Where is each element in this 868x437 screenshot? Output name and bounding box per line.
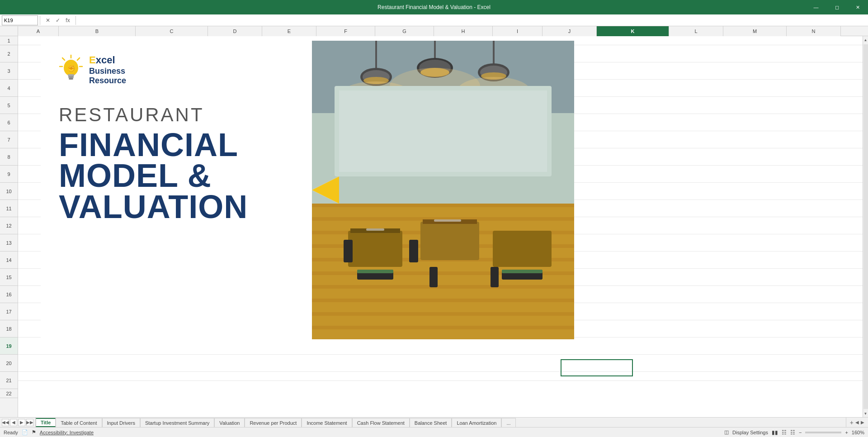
close-button[interactable]: ✕ bbox=[847, 0, 868, 14]
row-header-1[interactable]: 1 bbox=[0, 36, 18, 45]
corner-cell[interactable] bbox=[0, 26, 18, 36]
row-header-9[interactable]: 9 bbox=[0, 166, 18, 183]
window-controls: — ◻ ✕ bbox=[806, 0, 868, 14]
col-header-B[interactable]: B bbox=[59, 26, 136, 36]
right-content bbox=[312, 41, 574, 339]
minimize-button[interactable]: — bbox=[806, 0, 826, 14]
row-header-8[interactable]: 8 bbox=[0, 148, 18, 166]
svg-rect-55 bbox=[502, 270, 542, 273]
status-left: Ready 📄 ⚑ Accessibility: Investigate bbox=[4, 429, 94, 435]
cancel-icon[interactable]: ✕ bbox=[44, 17, 52, 24]
formula-input[interactable] bbox=[78, 15, 866, 25]
svg-rect-48 bbox=[344, 240, 353, 262]
confirm-icon[interactable]: ✓ bbox=[54, 17, 62, 24]
zoom-decrease-button[interactable]: − bbox=[799, 430, 802, 435]
row-header-15[interactable]: 15 bbox=[0, 269, 18, 286]
row-header-7[interactable]: 7 bbox=[0, 131, 18, 148]
tab-income-statement[interactable]: Income Statement bbox=[302, 418, 352, 427]
row-header-4[interactable]: 4 bbox=[0, 80, 18, 97]
col-header-L[interactable]: L bbox=[669, 26, 723, 36]
col-header-N[interactable]: N bbox=[787, 26, 841, 36]
col-header-A[interactable]: A bbox=[18, 26, 59, 36]
svg-rect-25 bbox=[312, 326, 574, 329]
row-header-14[interactable]: 14 bbox=[0, 252, 18, 269]
svg-text:✊: ✊ bbox=[67, 65, 75, 72]
accessibility-label[interactable]: Accessibility: Investigate bbox=[40, 430, 94, 435]
row-header-22[interactable]: 22 bbox=[0, 389, 18, 398]
restore-button[interactable]: ◻ bbox=[826, 0, 847, 14]
row-header-13[interactable]: 13 bbox=[0, 234, 18, 252]
row-header-18[interactable]: 18 bbox=[0, 320, 18, 337]
zoom-increase-button[interactable]: + bbox=[845, 430, 848, 435]
col-header-M[interactable]: M bbox=[723, 26, 787, 36]
col-header-C[interactable]: C bbox=[136, 26, 208, 36]
add-sheet-button[interactable]: + bbox=[850, 419, 854, 426]
sheet-tabs-bar: ◀◀ ◀ ▶ ▶▶ Title Table of Content Input D… bbox=[0, 417, 868, 427]
view-page-break-icon[interactable]: ☷ bbox=[790, 429, 795, 436]
col-header-J[interactable]: J bbox=[542, 26, 597, 36]
accessibility-icon[interactable]: ⚑ bbox=[32, 429, 36, 435]
row-header-5[interactable]: 5 bbox=[0, 97, 18, 114]
col-header-K[interactable]: K bbox=[597, 26, 669, 36]
tab-valuation[interactable]: Valuation bbox=[214, 418, 245, 427]
status-bar: Ready 📄 ⚑ Accessibility: Investigate ◫ D… bbox=[0, 427, 868, 437]
logo-excel-line: Excel bbox=[89, 54, 126, 66]
function-icon[interactable]: fx bbox=[64, 17, 72, 24]
scroll-down-button[interactable]: ▼ bbox=[863, 410, 868, 417]
scroll-sheets-right[interactable]: ▶ bbox=[861, 420, 864, 425]
display-settings-label[interactable]: Display Settings bbox=[732, 430, 768, 435]
tab-balance-sheet[interactable]: Balance Sheet bbox=[410, 418, 452, 427]
svg-rect-51 bbox=[429, 267, 438, 287]
tab-more[interactable]: ... bbox=[501, 418, 515, 427]
row-header-11[interactable]: 11 bbox=[0, 200, 18, 217]
scroll-track[interactable] bbox=[863, 44, 868, 409]
tab-input-drivers[interactable]: Input Drivers bbox=[102, 418, 140, 427]
tab-last-button[interactable]: ▶▶ bbox=[26, 419, 33, 426]
scroll-up-button[interactable]: ▲ bbox=[863, 36, 868, 43]
tab-cash-flow[interactable]: Cash Flow Statement bbox=[352, 418, 410, 427]
title-model: MODEL & bbox=[59, 160, 294, 191]
tab-loan-amortization[interactable]: Loan Amortization bbox=[452, 418, 501, 427]
col-header-F[interactable]: F bbox=[316, 26, 375, 36]
svg-rect-22 bbox=[312, 285, 574, 289]
display-settings-icon[interactable]: ◫ bbox=[724, 429, 729, 435]
row-header-12[interactable]: 12 bbox=[0, 217, 18, 234]
name-box[interactable]: K19 bbox=[2, 15, 38, 25]
row-header-19[interactable]: 19 bbox=[0, 337, 18, 355]
col-header-E[interactable]: E bbox=[262, 26, 316, 36]
tab-prev-button[interactable]: ◀ bbox=[10, 419, 17, 426]
tab-title[interactable]: Title bbox=[36, 418, 56, 427]
sheet-tabs: Title Table of Content Input Drivers Sta… bbox=[36, 418, 846, 427]
row-header-10[interactable]: 10 bbox=[0, 183, 18, 200]
tab-revenue-per-product[interactable]: Revenue per Product bbox=[245, 418, 302, 427]
formula-icons: ✕ ✓ fx bbox=[42, 17, 74, 24]
col-header-G[interactable]: G bbox=[375, 26, 434, 36]
row-header-6[interactable]: 6 bbox=[0, 114, 18, 131]
row-header-21[interactable]: 21 bbox=[0, 372, 18, 389]
row-header-17[interactable]: 17 bbox=[0, 303, 18, 320]
column-headers: A B C D E F G H I J K L M N bbox=[0, 26, 868, 36]
row-header-20[interactable]: 20 bbox=[0, 355, 18, 372]
content-area[interactable]: ✊ Excel Business Resource RESTAU bbox=[18, 36, 863, 417]
row-header-2[interactable]: 2 bbox=[0, 45, 18, 62]
vertical-scrollbar[interactable]: ▲ ▼ bbox=[863, 36, 868, 417]
scroll-sheets-left[interactable]: ◀ bbox=[855, 420, 859, 425]
zoom-slider[interactable] bbox=[805, 432, 841, 433]
title-bar: Restaurant Financial Model & Valuation -… bbox=[0, 0, 868, 14]
col-header-D[interactable]: D bbox=[208, 26, 262, 36]
view-page-layout-icon[interactable]: ☷ bbox=[782, 429, 787, 436]
tab-startup-investment[interactable]: Startup Investment Summary bbox=[140, 418, 214, 427]
col-header-H[interactable]: H bbox=[434, 26, 493, 36]
col-header-I[interactable]: I bbox=[493, 26, 542, 36]
svg-rect-23 bbox=[312, 299, 574, 302]
row-header-16[interactable]: 16 bbox=[0, 286, 18, 303]
tab-table-of-content[interactable]: Table of Content bbox=[56, 418, 102, 427]
svg-marker-11 bbox=[312, 176, 339, 204]
title-text: Restaurant Financial Model & Valuation -… bbox=[377, 4, 491, 10]
tab-navigation: ◀◀ ◀ ▶ ▶▶ bbox=[0, 418, 36, 427]
tab-next-button[interactable]: ▶ bbox=[18, 419, 25, 426]
row-header-3[interactable]: 3 bbox=[0, 62, 18, 80]
svg-rect-16 bbox=[312, 204, 574, 207]
tab-first-button[interactable]: ◀◀ bbox=[2, 419, 9, 426]
view-normal-icon[interactable]: ▮▮ bbox=[772, 429, 778, 436]
